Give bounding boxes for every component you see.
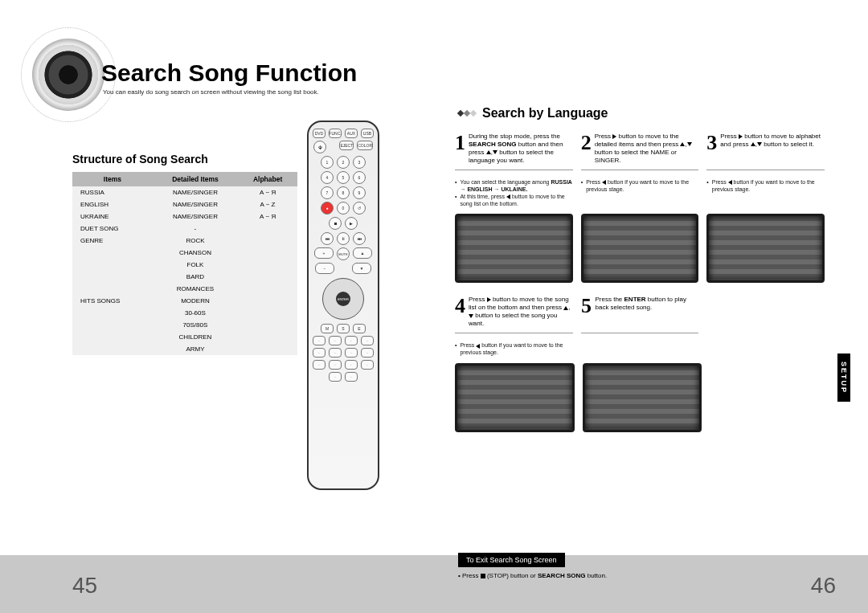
dpad-icon: ENTER [322, 278, 364, 320]
table-row: 70S/80S [72, 319, 297, 331]
step-number: 2 [581, 133, 592, 153]
step-3: 3Press button to move to alphabet and pr… [706, 133, 825, 170]
step-notes: •Press button if you want to move to the… [706, 178, 825, 193]
table-row: BARD [72, 271, 297, 283]
step-1: 1During the stop mode, press the SEARCH … [455, 133, 573, 170]
step-number: 3 [706, 133, 717, 153]
table-row: FOLK [72, 259, 297, 271]
table-header: Alphabet [238, 172, 297, 186]
power-button-icon: ⏻ [313, 141, 326, 153]
structure-table: ItemsDetailed ItemsAlphabet RUSSIANAME/S… [72, 172, 297, 355]
page-subtitle: You can easily do song search on screen … [103, 88, 319, 96]
table-row: ROMANCES [72, 283, 297, 295]
tv-screenshot [583, 363, 702, 432]
table-row: CHANSON [72, 247, 297, 259]
step-text: Press button to move to the song list on… [469, 296, 573, 328]
step-notes: •Press button if you want to move to the… [581, 178, 699, 193]
step-5: 5Press the ENTER button to play back sel… [581, 296, 699, 333]
table-row: DUET SONG- [72, 223, 297, 235]
table-row: UKRAINENAME/SINGERА ~ Я [72, 210, 297, 223]
step-4: 4Press button to move to the song list o… [455, 296, 573, 333]
step-2: 2Press button to move to the detailed it… [581, 133, 699, 170]
step-notes: •Press button if you want to move to the… [455, 341, 573, 356]
tv-screenshot [455, 363, 575, 432]
table-row: RUSSIANAME/SINGERА ~ Я [72, 186, 297, 198]
tv-screenshot [706, 214, 825, 283]
decorative-speaker [32, 39, 104, 111]
step-number: 1 [455, 133, 465, 153]
tv-screenshot [581, 214, 699, 283]
step-number: 4 [455, 296, 465, 317]
table-row: ENGLISHNAME/SINGERA ~ Z [72, 198, 297, 210]
step-number: 5 [581, 296, 592, 317]
search-by-language-heading: Search by Language [482, 106, 608, 121]
tv-screenshot [455, 214, 573, 283]
step-text: Press button to move to the detailed ite… [595, 133, 699, 165]
step-text: During the stop mode, press the SEARCH S… [469, 133, 573, 165]
table-row: GENREROCK [72, 235, 297, 247]
page-title: Search Song Function [101, 59, 357, 87]
table-header: Items [72, 172, 153, 186]
exit-heading: To Exit Search Song Screen [458, 553, 565, 567]
remote-control-illustration: DVDFUNC.AUXUSB ⏻EJECTCOLOR 123 456 789 ●… [307, 121, 379, 490]
table-row: HITS SONGSMODERN [72, 295, 297, 307]
page-number-right: 46 [811, 573, 836, 599]
table-row: 30-60S [72, 307, 297, 319]
chevron-pattern-icon [458, 111, 476, 116]
table-header: Detailed Items [153, 172, 238, 186]
exit-note: • Press (STOP) button or SEARCH SONG but… [458, 572, 804, 579]
step-text: Press button to move to alphabet and pre… [720, 133, 825, 149]
structure-heading: Structure of Song Search [72, 153, 297, 166]
step-notes: •You can select the language among RUSSI… [455, 178, 573, 207]
step-text: Press the ENTER button to play back sele… [596, 296, 699, 312]
table-row: ARMY [72, 343, 297, 355]
setup-tab: SETUP [837, 353, 850, 402]
page-number-left: 45 [72, 573, 97, 599]
table-row: CHILDREN [72, 331, 297, 343]
